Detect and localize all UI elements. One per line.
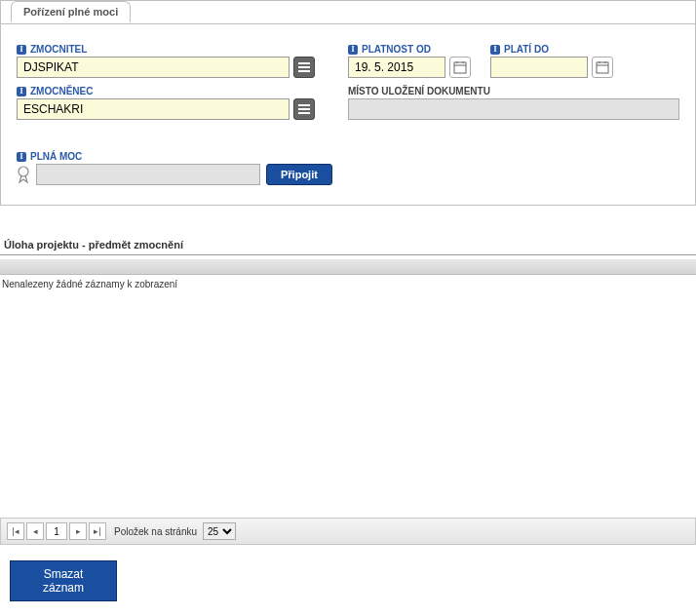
input-misto [348,98,679,120]
info-icon: i [17,87,26,96]
tab-porizeni[interactable]: Pořízení plné moci [11,1,131,22]
pager: |◂ ◂ ▸ ▸| [7,522,106,540]
list-icon [298,104,310,114]
field-plna-moc: i PLNÁ MOC Připojit [1,151,695,185]
pager-page-input[interactable] [46,522,67,540]
file-input-plna-moc[interactable] [36,164,260,185]
info-icon: i [348,45,358,55]
label-misto: MÍSTO ULOŽENÍ DOKUMENTU [348,86,679,96]
label-text: ZMOCNĚNEC [30,86,93,96]
field-misto: MÍSTO ULOŽENÍ DOKUMENTU [348,86,679,120]
label-text: ZMOCNITEL [30,44,87,55]
perpage-label: Položek na stránku [114,526,197,537]
input-platnost-od[interactable] [348,57,445,78]
label-plati-do: i PLATÍ DO [490,44,613,55]
label-zmocnitel: i ZMOCNITEL [17,44,329,55]
pager-next-button[interactable]: ▸ [69,522,87,540]
info-icon: i [17,152,26,162]
delete-record-button[interactable]: Smazat záznam [10,560,117,601]
grid-empty-text: Nenalezeny žádné záznamy k zobrazení [0,275,696,293]
calendar-icon [453,60,467,74]
calendar-icon [596,60,609,74]
svg-rect-4 [597,62,608,73]
info-icon: i [17,45,26,55]
perpage-select[interactable]: 25 [203,522,236,540]
attach-button[interactable]: Připojit [266,164,332,185]
field-zmocnitel: i ZMOCNITEL [17,44,329,78]
label-text: PLNÁ MOC [30,151,82,162]
svg-point-8 [19,167,28,176]
calendar-platnost-od-button[interactable] [449,57,471,78]
field-zmocnenec: i ZMOCNĚNEC [17,86,329,120]
info-icon: i [490,45,500,55]
input-zmocnenec[interactable] [17,98,290,120]
field-plati-do: i PLATÍ DO [490,44,613,78]
perpage: Položek na stránku 25 [114,522,236,540]
input-plati-do[interactable] [490,57,588,78]
pager-prev-button[interactable]: ◂ [26,522,44,540]
svg-rect-0 [454,62,466,73]
list-icon [298,62,310,72]
label-text: PLATNOST OD [362,44,431,55]
form-panel: Pořízení plné moci i ZMOCNITEL i ZM [0,0,696,206]
label-text: PLATÍ DO [504,44,549,55]
grid-footer: |◂ ◂ ▸ ▸| Položek na stránku 25 [0,518,696,545]
grid-section-title: Úloha projektu - předmět zmocnění [0,235,696,255]
field-platnost-od: i PLATNOST OD [348,44,471,78]
grid-header-bar [0,259,696,275]
lookup-zmocnenec-button[interactable] [293,98,315,120]
label-zmocnenec: i ZMOCNĚNEC [17,86,329,96]
ribbon-icon [17,166,30,183]
form-body: i ZMOCNITEL i ZMOCNĚNEC [1,44,695,128]
calendar-plati-do-button[interactable] [592,57,613,78]
input-zmocnitel[interactable] [17,57,290,78]
pager-first-button[interactable]: |◂ [7,522,24,540]
tab-header: Pořízení plné moci [1,1,695,24]
pager-last-button[interactable]: ▸| [89,522,106,540]
lookup-zmocnitel-button[interactable] [293,57,315,78]
label-platnost-od: i PLATNOST OD [348,44,471,55]
label-plna-moc: i PLNÁ MOC [17,151,679,162]
action-buttons: Smazat záznam Vybrat předmět zmocnění [0,545,696,616]
